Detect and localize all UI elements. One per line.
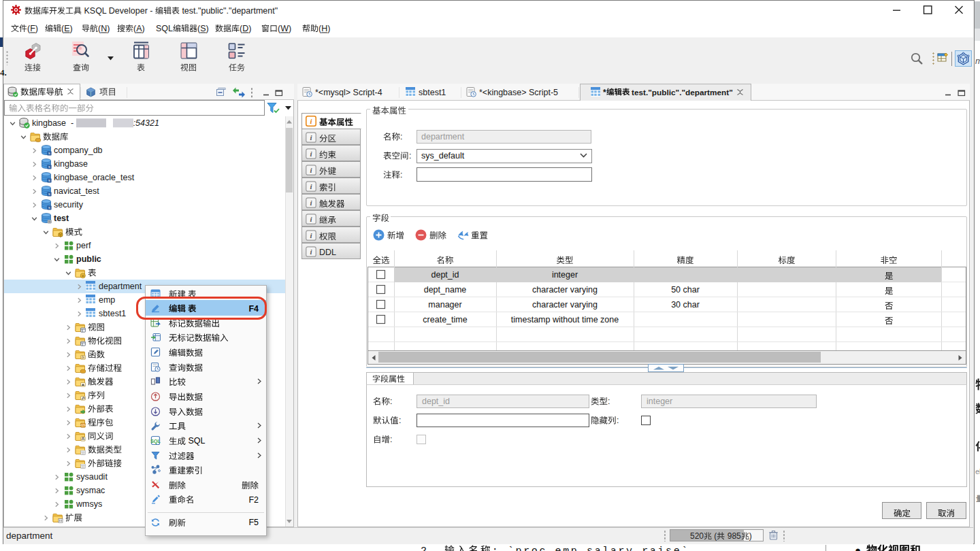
svg-text:s: s bbox=[48, 165, 50, 169]
svg-text:s: s bbox=[48, 178, 50, 182]
svg-text:SQL: SQL bbox=[150, 438, 161, 444]
svg-text:</>: </> bbox=[80, 423, 86, 427]
svg-text:s: s bbox=[48, 205, 50, 210]
svg-text:s: s bbox=[48, 151, 50, 155]
svg-text:fx: fx bbox=[82, 355, 85, 359]
svg-text:A: A bbox=[82, 436, 85, 441]
svg-text:s: s bbox=[48, 192, 50, 196]
